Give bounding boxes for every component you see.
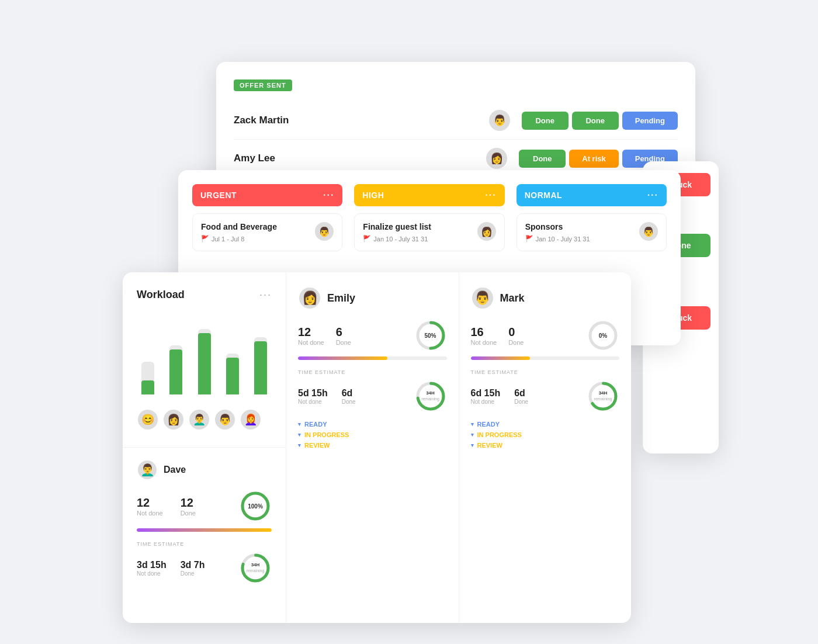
dave-section: 👨‍🦱 Dave 12 Not done 12 Done: [123, 447, 286, 596]
mark-stats-row: 16 Not done 0 Done 0%: [471, 319, 620, 352]
bar-group-3: [193, 329, 215, 394]
kanban-label-normal: NORMAL: [525, 191, 562, 200]
mark-avatar: 👨: [471, 286, 494, 310]
offer-name-zack: Zack Martin: [234, 115, 489, 126]
emily-header: 👩 Emily: [298, 286, 447, 310]
dave-done-time: 3d 7h Done: [181, 560, 205, 577]
offer-badge: OFFER SENT: [234, 79, 292, 91]
dave-not-done-label: Not done: [137, 510, 163, 517]
kanban-title-urgent: Food and Beverage: [201, 222, 277, 231]
pill-pending-1: Pending: [622, 112, 678, 130]
mark-tag-ready[interactable]: ▾ READY: [471, 421, 620, 428]
mark-card: 👨 Mark 16 Not done 0 Done: [459, 272, 632, 623]
bar-group-1: [137, 362, 159, 394]
dave-done-num: 12: [181, 496, 196, 510]
kanban-avatar-normal: 👨: [639, 222, 658, 241]
emily-time-label: TIME ESTIMATE: [298, 369, 447, 375]
kanban-dots-normal: ···: [647, 190, 658, 200]
kanban-dots-urgent: ···: [323, 190, 334, 200]
bar-group-2: [165, 345, 187, 394]
workload-panel: Workload ···: [123, 272, 286, 447]
emily-tag-ready[interactable]: ▾ READY: [298, 421, 447, 428]
emily-time-stats: 5d 15h Not done 6d Done 34Hremaining: [298, 380, 447, 413]
mark-donut-text: 0%: [599, 333, 607, 339]
offer-avatar-amy: 👩: [486, 148, 507, 169]
dave-done: 12 Done: [181, 496, 196, 517]
kanban-avatar-high: 👩: [477, 222, 496, 241]
kanban-item-high[interactable]: Finalize guest list 🚩 Jan 10 - July 31 3…: [354, 213, 504, 251]
emily-progress-bar: [298, 356, 447, 360]
offer-avatar-zack: 👨: [489, 110, 510, 131]
kanban-dots-high: ···: [485, 190, 496, 200]
dave-done-label: Done: [181, 510, 196, 517]
mark-donut: 0%: [587, 319, 619, 352]
workload-avatar-row: 😊 👩 👨‍🦱 👨 👩‍🦰: [137, 408, 272, 431]
bar-chart: [137, 313, 272, 394]
emily-card: 👩 Emily 12 Not done 6 Done: [286, 272, 459, 623]
dave-not-done: 12 Not done: [137, 496, 163, 517]
kanban-item-normal[interactable]: Sponsors 🚩 Jan 10 - July 31 31 👨: [517, 213, 667, 251]
av-circle-3: 👨‍🦱: [188, 408, 210, 431]
kanban-label-high: HIGH: [362, 191, 384, 200]
av-circle-4: 👨: [214, 408, 236, 431]
mark-done-time: 6d Done: [514, 388, 528, 405]
kanban-header-normal: NORMAL ···: [517, 184, 667, 206]
pill-done-1: Done: [522, 112, 569, 130]
offer-name-amy: Amy Lee: [234, 153, 486, 164]
mark-remaining-donut: 34Hremaining: [587, 380, 619, 413]
pill-at-risk: At risk: [569, 150, 618, 168]
kanban-item-urgent[interactable]: Food and Beverage 🚩 Jul 1 - Jul 8 👨: [192, 213, 342, 251]
emily-not-done-time: 5d 15h Not done: [298, 388, 328, 405]
dave-name: Dave: [164, 465, 186, 475]
emily-tag-review[interactable]: ▾ REVIEW: [298, 442, 447, 449]
mark-progress-bar: [471, 356, 620, 360]
dave-donut-text: 100%: [248, 503, 263, 510]
mark-time-stats: 6d 15h Not done 6d Done 34Hremaining: [471, 380, 620, 413]
workload-title: Workload: [137, 289, 185, 301]
emily-done-time: 6d Done: [342, 388, 356, 405]
kanban-date-normal: 🚩 Jan 10 - July 31 31: [525, 235, 590, 243]
emily-tag-progress[interactable]: ▾ IN PROGRESS: [298, 431, 447, 438]
emily-avatar: 👩: [298, 286, 321, 310]
av-circle-1: 😊: [137, 408, 159, 431]
mark-tag-review[interactable]: ▾ REVIEW: [471, 442, 620, 449]
workload-dots: ···: [259, 289, 272, 301]
av-circle-5: 👩‍🦰: [240, 408, 262, 431]
dave-header: 👨‍🦱 Dave: [137, 459, 272, 480]
dave-stats-row: 12 Not done 12 Done 100%: [137, 490, 272, 522]
emily-remaining-text: 34Hremaining: [421, 390, 439, 401]
mark-not-done: 16 Not done: [471, 326, 497, 346]
offer-row-zack: Zack Martin 👨 Done Done Pending: [234, 102, 678, 140]
front-card: Workload ···: [123, 272, 631, 623]
bar-group-4: [221, 354, 244, 394]
pill-done-2: Done: [572, 112, 619, 130]
emily-name: Emily: [327, 292, 355, 304]
mark-remaining-text: 34Hremaining: [594, 390, 612, 401]
dave-time-stats: 3d 15h Not done 3d 7h Done 34Hremaining: [137, 552, 272, 584]
status-pills-zack: Done Done Pending: [522, 112, 678, 130]
dave-donut: 100%: [239, 490, 272, 522]
kanban-avatar-urgent: 👨: [315, 222, 334, 241]
mark-name: Mark: [500, 292, 525, 304]
emily-donut-text: 50%: [424, 333, 436, 339]
dave-not-done-time: 3d 15h Not done: [137, 560, 167, 577]
mark-not-done-time: 6d 15h Not done: [471, 388, 501, 405]
bar-group-5: [249, 337, 272, 394]
kanban-title-high: Finalize guest list: [363, 222, 431, 231]
kanban-header-urgent: URGENT ···: [192, 184, 342, 206]
emily-not-done: 12 Not done: [298, 326, 324, 346]
mark-tag-progress[interactable]: ▾ IN PROGRESS: [471, 431, 620, 438]
right-panel: 👩 Emily 12 Not done 6 Done: [286, 272, 631, 623]
dave-remaining-donut: 34Hremaining: [239, 552, 272, 584]
dave-avatar: 👨‍🦱: [137, 459, 158, 480]
kanban-date-high: 🚩 Jan 10 - July 31 31: [363, 235, 431, 243]
pill-done-3: Done: [519, 150, 566, 168]
emily-tags: ▾ READY ▾ IN PROGRESS ▾ REVIEW: [298, 421, 447, 449]
dave-progress-bar: [137, 528, 272, 532]
kanban-title-normal: Sponsors: [525, 222, 590, 231]
emily-donut: 50%: [414, 319, 447, 352]
emily-remaining-donut: 34Hremaining: [414, 380, 447, 413]
emily-stats-row: 12 Not done 6 Done 50%: [298, 319, 447, 352]
mark-header: 👨 Mark: [471, 286, 620, 310]
kanban-label-urgent: URGENT: [200, 191, 237, 200]
